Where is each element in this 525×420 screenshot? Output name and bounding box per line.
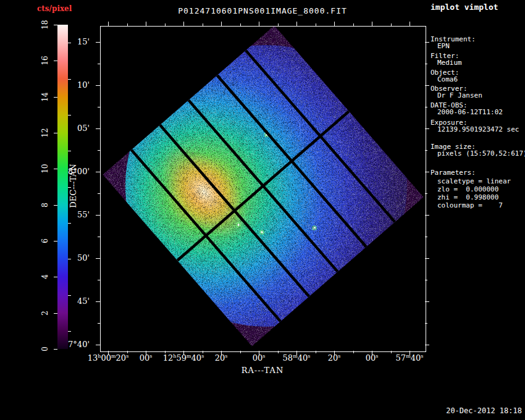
dec-major-tick [425,258,429,259]
dec-minor-tick [98,280,100,280]
ra-label-part: 57 [396,353,406,363]
colorbar-major-tick [54,205,57,206]
image-filename-title: P0124710601PNS001IMAGE_8000.FIT [100,6,425,15]
colorbar-tick-number: 10 [41,162,49,175]
colorbar-tick-number: 4 [41,270,49,284]
colorbar-major-tick [54,133,57,133]
ra-tick-label: 57m40s [384,353,435,363]
ra-label-part: 40 [411,353,421,363]
colorbar-major-tick [54,169,57,169]
ra-label-part: s [376,353,378,359]
ra-label-part: 13 [88,353,98,363]
dec-minor-tick [425,280,427,280]
ra-label-part: 20 [328,353,338,363]
dec-major-tick [96,172,100,172]
colorbar-tick-number: 18 [41,18,49,32]
ra-axis-name: RA---TAN [100,366,425,375]
ra-minor-tick [316,23,316,26]
ra-major-tick [183,22,184,26]
ra-minor-tick [353,23,354,26]
ra-major-tick [146,22,146,26]
ra-label-part: m [293,353,298,359]
ra-major-tick [334,22,335,26]
dec-minor-tick [98,323,100,324]
ra-minor-tick [165,23,166,26]
colorbar-minor-tick [68,187,71,188]
sidebar-value: Coma6 [437,75,458,83]
ra-major-tick [108,22,109,26]
colorbar-major-tick [54,349,57,350]
dec-major-tick [96,85,100,86]
dec-axis-name: DEC---TAN [69,154,77,218]
colorbar-major-tick [54,277,57,277]
ra-label-part: m [187,353,191,359]
ra-label-part: 00 [253,353,263,363]
plot-frame [100,26,426,352]
ra-label-part: m [406,353,411,359]
colorbar-major-tick [54,61,57,61]
dec-minor-tick [425,237,427,237]
colorbar-major-tick [54,313,57,314]
sidebar-label: Parameters: [430,169,476,177]
colorbar-minor-tick [68,151,71,151]
colorbar-units-label: cts/pixel [37,4,72,13]
dec-minor-tick [98,193,100,194]
dec-minor-tick [98,150,100,151]
colorbar-major-tick [54,97,57,98]
colorbar-tick-number: 14 [41,90,49,104]
colorbar-minor-tick [68,115,71,116]
dec-minor-tick [98,64,100,64]
ra-label-part: s [421,353,423,359]
ra-minor-tick [127,23,128,26]
colorbar-tick-number: 2 [41,306,49,320]
dec-major-tick [96,215,100,216]
ra-minor-tick [278,23,279,26]
sidebar-parameter-value: colourmap = 7 [437,201,503,209]
implot-window: P0124710601PNS001IMAGE_8000.FIT implot v… [0,0,525,420]
dec-major-tick [425,128,429,129]
colorbar-major-tick [54,241,57,242]
dec-major-tick [425,42,429,43]
dec-major-tick [425,172,429,172]
colorbar-minor-tick [68,259,71,259]
dec-major-tick [425,345,429,345]
dec-major-tick [425,85,429,86]
ra-label-part: 20 [215,353,225,363]
dec-major-tick [96,128,100,129]
ra-label-part: s [225,353,227,359]
dec-minor-tick [425,64,427,64]
ra-major-tick [296,22,297,26]
sidebar-value: Dr F Jansen [437,91,482,99]
colorbar-minor-tick [68,331,71,332]
sidebar-parameter-value: zlo = 0.000000 [437,185,498,193]
ra-label-part: 00 [140,353,150,363]
ra-label-part: 40 [298,353,308,363]
colorbar-tick-number: 8 [41,198,49,212]
dec-minor-tick [425,107,427,107]
dec-minor-tick [425,150,427,151]
dec-minor-tick [425,193,427,194]
dec-major-tick [96,301,100,302]
colorbar-minor-tick [68,295,71,296]
ra-label-part: 00 [101,353,111,363]
sidebar-parameter-value: scaletype = linear [437,177,511,185]
ra-label-part: 00 [366,353,376,363]
dec-minor-tick [98,107,100,107]
sidebar-value: pixels (15:570,52:617) [437,149,525,158]
dec-major-tick [425,301,429,302]
colorbar-tick-number: 6 [41,234,49,248]
ra-major-tick [410,22,410,26]
colorbar-tick-number: 0 [41,342,49,356]
ra-label-part: s [149,353,152,359]
colorbar-minor-tick [68,43,71,43]
ra-major-tick [221,22,222,26]
colorbar-major-tick [54,25,57,25]
app-title: implot vimplot [430,2,498,12]
ra-label-part: 59 [176,353,187,363]
dec-major-tick [96,42,100,43]
dec-major-tick [96,345,100,345]
sidebar-value: 12139.9501923472 sec [437,125,519,133]
ra-major-tick [259,22,259,26]
ra-label-part: s [262,353,265,359]
sidebar-value: 2000-06-12T11:02 [437,108,503,116]
